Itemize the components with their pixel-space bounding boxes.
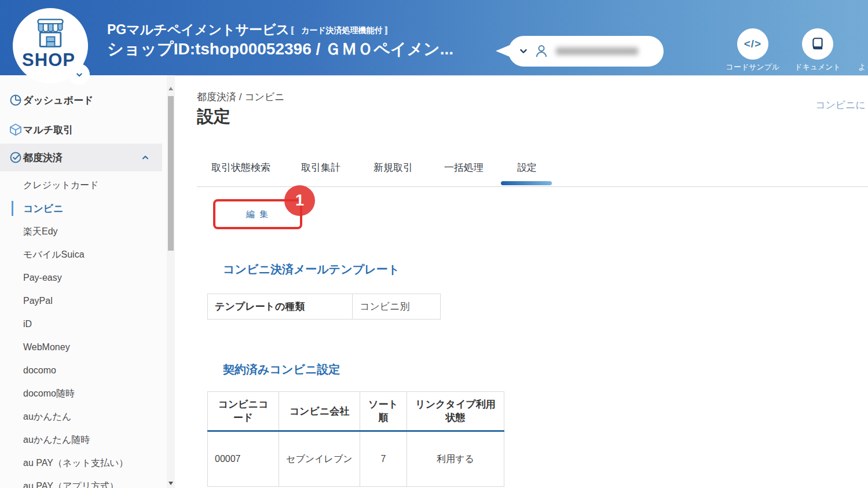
sidebar-item-au-kantan-zuiji[interactable]: auかんたん随時 — [0, 428, 162, 452]
sidebar-item-pay-easy[interactable]: Pay-easy — [0, 266, 162, 289]
table-row: テンプレートの種類 コンビニ別 — [208, 294, 441, 320]
template-type-value: コンビニ別 — [353, 294, 441, 320]
active-item-bar — [12, 201, 13, 216]
sidebar-item-docomo[interactable]: docomo — [0, 359, 162, 382]
code-sample-button[interactable]: </> コードサンプル — [721, 28, 785, 72]
sidebar-item-mobile-suica[interactable]: モバイルSuica — [0, 243, 162, 266]
sidebar-item-docomo-zuiji[interactable]: docomo随時 — [0, 382, 162, 405]
sidebar-item-tsudo-kessai[interactable]: 都度決済 — [0, 144, 162, 171]
sidebar-item-au-pay-app[interactable]: au PAY（アプリ方式） — [0, 475, 162, 488]
sidebar-item-rakuten-edy[interactable]: 楽天Edy — [0, 220, 162, 243]
cell-sort-order: 7 — [360, 431, 407, 487]
scrollbar-thumb[interactable] — [168, 96, 174, 251]
service-title: PGマルチペイメントサービス — [107, 21, 290, 39]
chevron-down-icon — [74, 69, 85, 80]
faq-link-partial[interactable]: よく — [858, 62, 868, 72]
code-sample-label: コードサンプル — [721, 62, 785, 72]
col-header-link-type-status: リンクタイプ利用状態 — [407, 392, 504, 431]
cell-link-type-status: 利用する — [407, 431, 504, 487]
chevron-up-icon — [141, 153, 150, 162]
sidebar-scrollbar[interactable] — [167, 75, 175, 488]
store-icon — [33, 17, 68, 49]
pie-chart-icon — [9, 93, 23, 107]
tab-shinki-torihiki[interactable]: 新規取引 — [373, 161, 413, 174]
tab-settei-active[interactable]: 設定 — [517, 161, 537, 174]
section-title-mail-template: コンビニ決済メールテンプレート — [223, 262, 400, 277]
sidebar-item-label: ダッシュボード — [23, 94, 93, 107]
book-icon — [810, 36, 825, 52]
active-tab-indicator — [501, 181, 552, 185]
sidebar-item-dashboard[interactable]: ダッシュボード — [0, 86, 162, 114]
sidebar-item-label: マルチ取引 — [23, 123, 73, 137]
sidebar: ダッシュボード マルチ取引 都度決済 クレジットカード コンビニ 楽天 — [0, 75, 175, 488]
contracted-conbini-table: コンビニコード コンビニ会社 ソート順 リンクタイプ利用状態 00007 セブン… — [207, 391, 504, 487]
sidebar-item-multi-torihiki[interactable]: マルチ取引 — [0, 116, 162, 144]
sidebar-item-webmoney[interactable]: WebMoney — [0, 336, 162, 359]
account-selector[interactable] — [508, 36, 664, 67]
col-header-conbini-code: コンビニコード — [208, 392, 279, 431]
document-button[interactable]: ドキュメント — [786, 28, 849, 72]
cube-icon — [9, 123, 23, 137]
check-circle-icon — [9, 151, 23, 164]
col-header-sort-order: ソート順 — [360, 392, 407, 431]
shop-menu-toggle[interactable] — [68, 64, 90, 85]
chevron-down-icon — [517, 45, 530, 57]
service-note: 〚 カード決済処理機能付 〛 — [291, 25, 393, 36]
tab-torihiki-joutai-kensaku[interactable]: 取引状態検索 — [211, 161, 270, 174]
app-window: SHOP PGマルチペイメントサービス 〚 カード決済処理機能付 〛 ショップI… — [0, 0, 868, 488]
person-icon — [534, 43, 549, 60]
cell-conbini-code: 00007 — [208, 431, 279, 487]
table-header-row: コンビニコード コンビニ会社 ソート順 リンクタイプ利用状態 — [208, 392, 504, 431]
breadcrumb: 都度決済 / コンビニ — [197, 90, 285, 104]
col-header-conbini-company: コンビニ会社 — [279, 392, 360, 431]
conbini-help-link[interactable]: コンビニに — [815, 98, 866, 112]
scroll-down-arrow[interactable] — [169, 482, 173, 485]
sidebar-item-au-pay-net[interactable]: au PAY（ネット支払い） — [0, 452, 162, 475]
sidebar-item-au-kantan[interactable]: auかんたん — [0, 405, 162, 428]
scroll-up-arrow[interactable] — [169, 87, 173, 90]
table-row: 00007 セブンイレブン 7 利用する — [208, 431, 504, 487]
tab-ikkatsu-shori[interactable]: 一括処理 — [444, 161, 484, 174]
sidebar-item-label: 都度決済 — [23, 151, 63, 164]
page-title: 設定 — [197, 105, 230, 129]
section-title-contracted-conbini: 契約済みコンビニ設定 — [223, 362, 340, 377]
sidebar-item-paypal[interactable]: PayPal — [0, 289, 162, 313]
template-type-label: テンプレートの種類 — [208, 294, 353, 320]
mail-template-table: テンプレートの種類 コンビニ別 — [207, 293, 441, 320]
sidebar-item-conbini[interactable]: コンビニ — [0, 197, 162, 220]
account-name-redacted — [556, 47, 638, 55]
bubble-tail — [496, 45, 510, 57]
shop-id-title: ショップID:tshop00052396 / ＧＭＯペイメン... — [107, 38, 453, 60]
document-label: ドキュメント — [786, 62, 849, 72]
code-icon: </> — [744, 38, 761, 50]
sidebar-item-id[interactable]: iD — [0, 313, 162, 336]
edit-button[interactable]: 編 集 — [213, 199, 302, 229]
cell-conbini-company: セブンイレブン — [279, 431, 360, 487]
tabs-divider — [197, 186, 868, 187]
tab-torihiki-shukei[interactable]: 取引集計 — [301, 161, 340, 174]
sidebar-item-credit-card[interactable]: クレジットカード — [0, 174, 162, 197]
